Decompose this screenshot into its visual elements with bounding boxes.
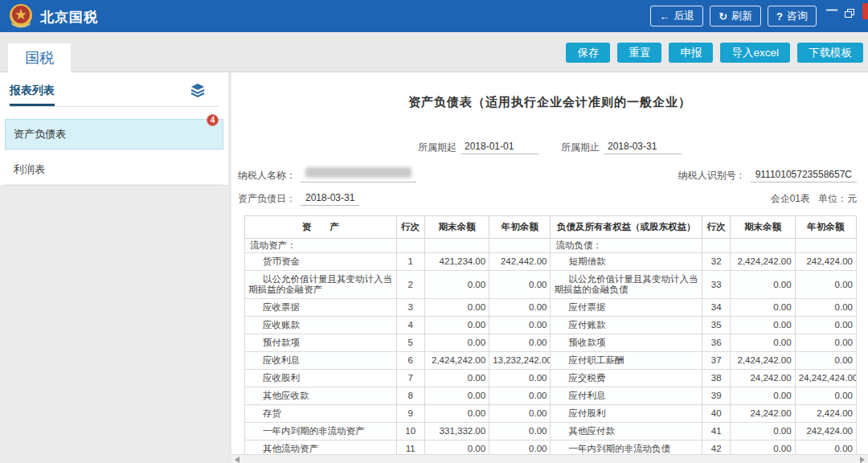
- amount-cell[interactable]: 0.00: [424, 405, 489, 423]
- close-button[interactable]: [862, 3, 868, 19]
- amount-cell[interactable]: 0.00: [731, 271, 795, 299]
- question-icon: ?: [776, 10, 783, 23]
- line-number-cell: 7: [396, 370, 424, 387]
- column-header: 资 产: [245, 216, 397, 239]
- amount-cell[interactable]: 0.00: [424, 370, 489, 387]
- titlebar: 北京国税 ← 后退 ↻ 刷新 ? 咨询 —: [0, 0, 868, 32]
- amount-cell[interactable]: 13,232,242.00: [489, 352, 551, 370]
- amount-cell[interactable]: 2,424.00: [795, 405, 856, 423]
- amount-cell[interactable]: 24,242,424.00: [795, 370, 856, 387]
- amount-cell[interactable]: 0.00: [489, 299, 551, 317]
- amount-cell[interactable]: 0.00: [795, 317, 856, 334]
- item-name-cell: 流动资产：: [245, 239, 397, 253]
- amount-cell[interactable]: 0.00: [489, 387, 551, 405]
- column-header: 期末余额: [731, 216, 795, 239]
- national-emblem-logo: [8, 3, 34, 29]
- sidebar-item-profit-statement[interactable]: 利润表: [5, 154, 223, 185]
- amount-cell[interactable]: 0.00: [795, 352, 856, 370]
- amount-cell[interactable]: 0.00: [731, 334, 795, 352]
- download-template-button[interactable]: 下载模板: [797, 43, 863, 63]
- column-header: 负债及所有者权益（或股东权益）: [551, 216, 702, 239]
- unit-label: 单位：元: [818, 193, 857, 204]
- line-number-cell: 41: [702, 423, 731, 440]
- amount-cell[interactable]: 0.00: [424, 387, 489, 405]
- restore-button[interactable]: [845, 7, 855, 22]
- table-row: 其他应收款80.000.00应付利息390.000.00: [245, 387, 857, 405]
- amount-cell[interactable]: 242,424.00: [795, 253, 856, 271]
- amount-cell[interactable]: 421,234.00: [424, 253, 489, 271]
- amount-cell[interactable]: 2,424,242.00: [731, 352, 795, 370]
- help-button[interactable]: ? 咨询: [768, 6, 817, 27]
- amount-cell[interactable]: 0.00: [731, 440, 795, 455]
- taxpayer-name-label: 纳税人名称：: [238, 169, 296, 182]
- table-row: 应收股利70.000.00应交税费3824,242.0024,242,424.0…: [245, 370, 857, 387]
- line-number-cell: 3: [396, 299, 424, 317]
- amount-cell[interactable]: 0.00: [731, 387, 795, 405]
- amount-cell[interactable]: 2,424,242.00: [731, 253, 795, 271]
- declare-button[interactable]: 申报: [669, 43, 713, 63]
- item-name-cell: 应付股利: [551, 405, 702, 423]
- amount-cell[interactable]: 0.00: [489, 423, 551, 440]
- amount-cell[interactable]: 242,424.00: [795, 423, 856, 440]
- amount-cell[interactable]: 0.00: [795, 299, 856, 317]
- amount-cell[interactable]: 242,442.00: [489, 253, 551, 271]
- table-row: 流动资产：流动负债：: [245, 239, 857, 253]
- table-row: 货币资金1421,234.00242,442.00短期借款322,424,242…: [245, 253, 857, 271]
- item-name-cell: 一年内到期的非流动负债: [551, 440, 702, 455]
- amount-cell[interactable]: 0.00: [731, 317, 795, 334]
- amount-cell[interactable]: 0.00: [795, 271, 856, 299]
- amount-cell[interactable]: 0.00: [489, 334, 551, 352]
- period-end-field[interactable]: 2018-03-31: [604, 141, 682, 154]
- amount-cell[interactable]: 0.00: [424, 334, 489, 352]
- item-name-cell: 应交税费: [551, 370, 702, 387]
- sidebar-item-balance-sheet[interactable]: 资产负债表 4: [5, 119, 223, 150]
- amount-cell[interactable]: 24,242.00: [731, 405, 795, 423]
- amount-cell[interactable]: 0.00: [489, 370, 551, 387]
- tab-guoshui[interactable]: 国税: [8, 43, 71, 72]
- item-name-cell: 货币资金: [245, 253, 397, 271]
- amount-cell[interactable]: 0.00: [424, 271, 489, 299]
- balance-date-field[interactable]: 2018-03-31: [301, 192, 359, 206]
- column-header: 年初余额: [795, 216, 856, 239]
- minimize-button[interactable]: —: [826, 3, 837, 16]
- refresh-button[interactable]: ↻ 刷新: [710, 6, 761, 27]
- balance-table: 资 产行次期末余额年初余额负债及所有者权益（或股东权益）行次期末余额年初余额 流…: [244, 215, 857, 454]
- line-number-cell: 6: [396, 352, 424, 370]
- amount-cell: [489, 239, 551, 253]
- item-name-cell: 其他流动资产: [245, 440, 397, 455]
- item-name-cell: 应付账款: [551, 317, 702, 334]
- item-name-cell: 短期借款: [551, 253, 702, 271]
- amount-cell[interactable]: 24,242.00: [731, 370, 795, 387]
- scroll-left-arrow[interactable]: [235, 457, 240, 463]
- import-excel-button[interactable]: 导入excel: [720, 43, 790, 63]
- amount-cell[interactable]: 0.00: [489, 440, 551, 455]
- amount-cell[interactable]: 0.00: [489, 271, 551, 299]
- amount-cell[interactable]: 0.00: [489, 317, 551, 334]
- amount-cell[interactable]: 2,424,242.00: [424, 352, 489, 370]
- amount-cell[interactable]: 331,332.00: [424, 423, 489, 440]
- horizontal-scrollbar[interactable]: [231, 454, 868, 463]
- amount-cell[interactable]: 0.00: [424, 440, 489, 455]
- save-button[interactable]: 保存: [566, 43, 610, 63]
- scroll-right-arrow[interactable]: [860, 457, 865, 463]
- item-name-cell: 应收账款: [245, 317, 397, 334]
- amount-cell[interactable]: 0.00: [795, 440, 856, 455]
- line-number-cell: 1: [396, 253, 424, 271]
- amount-cell[interactable]: 0.00: [424, 317, 489, 334]
- line-number-cell: 37: [702, 352, 731, 370]
- layers-icon[interactable]: [190, 83, 206, 100]
- amount-cell[interactable]: 0.00: [489, 405, 551, 423]
- table-row: 预付款项50.000.00预收款项360.000.00: [245, 334, 857, 352]
- item-name-cell: 以公允价值计量且其变动计入当期损益的金融资产: [245, 271, 397, 299]
- amount-cell[interactable]: 0.00: [424, 299, 489, 317]
- amount-cell[interactable]: 0.00: [795, 334, 856, 352]
- amount-cell[interactable]: 0.00: [731, 299, 795, 317]
- amount-cell: [731, 239, 795, 253]
- amount-cell[interactable]: 0.00: [731, 423, 795, 440]
- amount-cell[interactable]: 0.00: [795, 387, 856, 405]
- app-title: 北京国税: [40, 8, 98, 27]
- reset-button[interactable]: 重置: [617, 43, 661, 63]
- period-start-field[interactable]: 2018-01-01: [461, 141, 538, 154]
- date-row: 资产负债日： 2018-03-31 会企01表 单位：元: [238, 192, 857, 206]
- back-button[interactable]: ← 后退: [650, 6, 703, 27]
